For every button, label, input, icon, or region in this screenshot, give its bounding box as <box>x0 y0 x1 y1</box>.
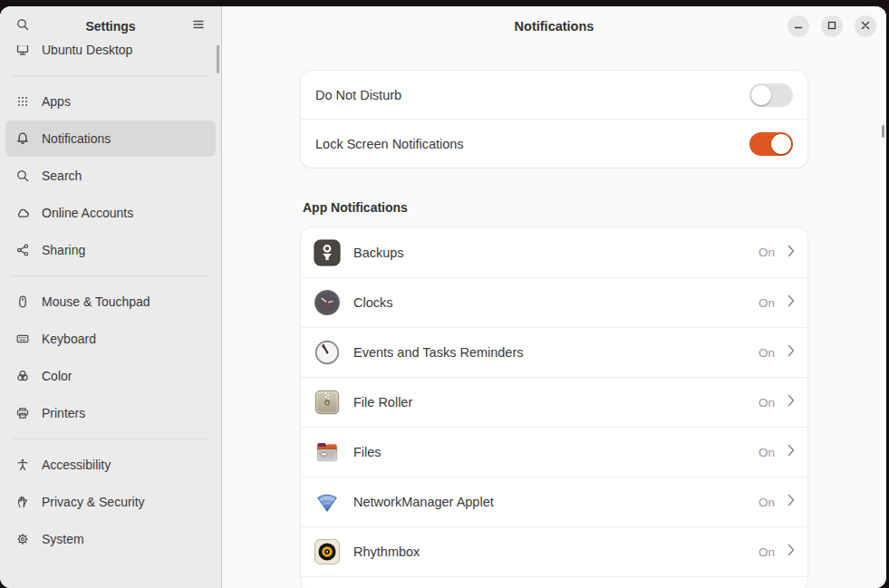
maximize-button[interactable] <box>821 15 843 37</box>
sidebar-item-search[interactable]: Search <box>5 158 216 194</box>
lock-screen-notifications-toggle[interactable] <box>749 132 793 156</box>
app-name: Backups <box>353 246 746 260</box>
sidebar-item-label: Keyboard <box>42 332 96 346</box>
chevron-right-icon <box>788 294 795 311</box>
mouse-icon <box>15 294 30 309</box>
settings-window: Settings Ubuntu Desktop <box>0 6 886 588</box>
sidebar-item-label: System <box>42 532 84 546</box>
share-icon <box>15 243 30 257</box>
chevron-right-icon <box>788 394 795 410</box>
global-toggles-card: Do Not Disturb Lock Screen Notifications <box>301 71 807 168</box>
sidebar: Settings Ubuntu Desktop <box>0 6 222 588</box>
app-name: Events and Tasks Reminders <box>353 345 746 360</box>
sidebar-item-label: Mouse & Touchpad <box>42 294 150 309</box>
app-status: On <box>759 396 775 410</box>
do-not-disturb-label: Do Not Disturb <box>315 88 401 102</box>
ubuntu-desktop-icon <box>15 45 30 57</box>
accessibility-icon <box>15 458 30 472</box>
sidebar-item-label: Online Accounts <box>42 206 133 220</box>
lock-screen-notifications-label: Lock Screen Notifications <box>315 137 464 151</box>
sidebar-item-printers[interactable]: Printers <box>5 395 216 431</box>
app-status: On <box>759 496 775 509</box>
app-status: On <box>759 446 775 459</box>
file-roller-app-icon <box>314 389 341 416</box>
do-not-disturb-toggle[interactable] <box>749 83 793 107</box>
app-status: On <box>759 545 775 559</box>
chevron-right-icon <box>788 245 795 261</box>
search-icon <box>15 169 30 183</box>
notifications-content: Do Not Disturb Lock Screen Notifications… <box>222 45 886 588</box>
app-row-partial[interactable] <box>301 576 807 588</box>
files-app-icon <box>314 439 341 466</box>
sidebar-item-color[interactable]: Color <box>5 358 216 394</box>
app-row-backups[interactable]: Backups On <box>301 227 807 277</box>
app-name: Rhythmbox <box>353 545 746 559</box>
app-row-files[interactable]: Files On <box>301 427 807 477</box>
sidebar-scrollbar[interactable] <box>217 45 219 73</box>
sidebar-item-label: Sharing <box>42 243 85 257</box>
sidebar-headerbar: Settings <box>0 6 221 45</box>
sidebar-item-accessibility[interactable]: Accessibility <box>5 447 216 483</box>
backups-app-icon <box>314 239 341 266</box>
rhythmbox-app-icon <box>314 538 341 565</box>
reminders-app-icon <box>314 339 341 366</box>
search-icon <box>15 17 30 34</box>
toggle-knob <box>771 134 791 154</box>
close-icon <box>861 19 870 33</box>
window-controls <box>788 15 876 37</box>
gear-icon <box>15 532 30 546</box>
sidebar-item-apps[interactable]: Apps <box>5 83 216 120</box>
minimize-button[interactable] <box>788 15 809 37</box>
app-notifications-card: Backups On <box>301 227 807 588</box>
app-row-rhythmbox[interactable]: Rhythmbox On <box>301 526 807 576</box>
sidebar-item-mouse-touchpad[interactable]: Mouse & Touchpad <box>5 284 216 320</box>
app-status: On <box>759 296 775 310</box>
sidebar-item-notifications[interactable]: Notifications <box>5 120 216 157</box>
keyboard-icon <box>15 332 30 346</box>
search-button[interactable] <box>9 13 36 40</box>
sidebar-item-label: Accessibility <box>42 458 111 472</box>
lock-screen-notifications-row[interactable]: Lock Screen Notifications <box>301 119 807 168</box>
chevron-right-icon <box>788 544 795 560</box>
maximize-icon <box>827 19 836 33</box>
sidebar-item-label: Search <box>42 169 82 183</box>
app-name: File Roller <box>353 395 746 410</box>
chevron-right-icon <box>788 494 795 510</box>
sidebar-item-online-accounts[interactable]: Online Accounts <box>5 195 216 231</box>
color-wheel-icon <box>15 369 30 383</box>
sidebar-divider <box>12 75 209 76</box>
sidebar-item-system[interactable]: System <box>5 521 216 557</box>
app-row-events-tasks-reminders[interactable]: Events and Tasks Reminders On <box>301 327 807 377</box>
chevron-right-icon <box>788 444 795 460</box>
content-scrollbar[interactable] <box>882 125 884 138</box>
sidebar-item-label: Privacy & Security <box>42 495 145 509</box>
main-pane: Notifications <box>222 6 886 588</box>
sidebar-item-keyboard[interactable]: Keyboard <box>5 321 216 357</box>
sidebar-item-label: Notifications <box>42 131 111 146</box>
close-button[interactable] <box>855 15 876 37</box>
clocks-app-icon <box>314 289 341 316</box>
sidebar-item-label: Color <box>42 369 72 383</box>
app-name: Files <box>353 445 746 459</box>
app-row-clocks[interactable]: Clocks On <box>301 277 807 327</box>
app-name: NetworkManager Applet <box>353 495 746 509</box>
apps-grid-icon <box>15 94 30 109</box>
chevron-right-icon <box>788 344 795 361</box>
sidebar-item-sharing[interactable]: Sharing <box>5 232 216 268</box>
main-headerbar: Notifications <box>222 6 886 45</box>
app-status: On <box>759 346 775 360</box>
sidebar-list: Ubuntu Desktop Apps <box>0 45 221 588</box>
menu-button[interactable] <box>185 13 212 40</box>
app-row-file-roller[interactable]: File Roller On <box>301 377 807 427</box>
app-status: On <box>759 246 775 259</box>
app-row-networkmanager-applet[interactable]: NetworkManager Applet On <box>301 477 807 526</box>
hand-icon <box>15 495 30 509</box>
sidebar-item-privacy-security[interactable]: Privacy & Security <box>5 484 216 520</box>
printer-icon <box>15 406 30 420</box>
do-not-disturb-row[interactable]: Do Not Disturb <box>301 71 807 119</box>
section-title: App Notifications <box>303 200 806 215</box>
minimize-icon <box>794 19 803 33</box>
sidebar-item-ubuntu-desktop[interactable]: Ubuntu Desktop <box>5 45 216 68</box>
bell-icon <box>15 131 30 146</box>
cloud-icon <box>15 206 30 220</box>
